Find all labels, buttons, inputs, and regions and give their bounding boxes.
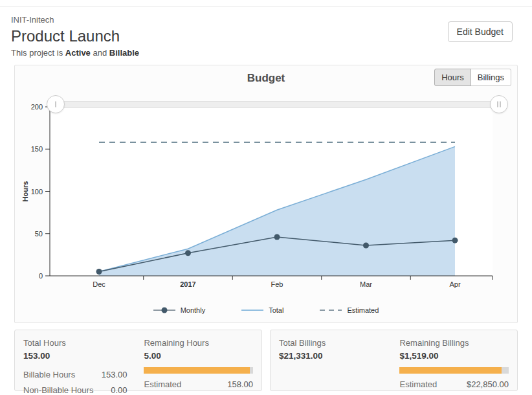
billable-hours-row: Billable Hours 153.00: [23, 370, 127, 379]
slider-handle-left[interactable]: [47, 95, 65, 113]
total-hours-value: 153.00: [23, 351, 127, 361]
header-text: INIT-Initech Product Launch This project…: [11, 15, 139, 58]
billable-hours-value: 153.00: [102, 370, 127, 379]
x-tick-label: Feb: [271, 280, 283, 288]
data-point[interactable]: [274, 234, 280, 240]
toggle-hours-button[interactable]: Hours: [434, 69, 471, 86]
y-tick-label: 100: [31, 188, 43, 196]
remaining-billings-label: Remaining Billings: [399, 338, 509, 348]
legend-marker-icon: [153, 307, 175, 313]
hours-estimated-value: 158.00: [227, 379, 253, 389]
hours-progress-fill: [144, 367, 249, 374]
data-point[interactable]: [363, 243, 369, 249]
hours-progress-bar: [144, 367, 253, 374]
edit-budget-button[interactable]: Edit Budget: [448, 21, 513, 42]
y-tick-label: 50: [35, 230, 43, 238]
data-point[interactable]: [452, 238, 458, 243]
client-code: INIT-Initech: [11, 15, 139, 25]
grip-icon: [497, 102, 501, 107]
y-axis-title: Hours: [21, 181, 29, 202]
status-conjunction: and: [93, 48, 107, 58]
budget-panel: 050100150200Dec2017FebMarAprHours Budget…: [14, 65, 518, 323]
data-point[interactable]: [185, 250, 191, 256]
data-point[interactable]: [96, 269, 102, 275]
x-tick-label: Apr: [449, 280, 460, 288]
billings-estimated-label: Estimated: [399, 379, 437, 389]
billings-summary-panel: Total Billings $21,331.00 Remaining Bill…: [270, 330, 518, 391]
remaining-hours-label: Remaining Hours: [144, 338, 253, 348]
billings-estimated-row: Estimated $22,850.00: [399, 379, 509, 389]
status-prefix: This project is: [11, 48, 63, 58]
range-slider-track[interactable]: [56, 101, 499, 108]
hours-summary-panel: Total Hours 153.00 Billable Hours 153.00…: [14, 330, 262, 391]
slider-handle-right[interactable]: [490, 95, 508, 113]
total-hours-label: Total Hours: [23, 338, 127, 348]
grip-icon: [55, 102, 56, 107]
legend-label: Estimated: [347, 306, 379, 314]
legend-marker-icon: [320, 307, 342, 313]
remaining-hours-column: Remaining Hours 5.00 Estimated 158.00: [144, 338, 253, 395]
remaining-hours-value: 5.00: [144, 351, 253, 361]
x-tick-label: 2017: [180, 280, 195, 288]
total-hours-column: Total Hours 153.00 Billable Hours 153.00…: [23, 338, 127, 395]
nonbillable-hours-label: Non-Billable Hours: [23, 385, 93, 395]
billings-progress-bar: [399, 367, 509, 374]
page-title: Product Launch: [11, 27, 139, 45]
legend-label: Monthly: [181, 306, 206, 314]
x-tick-label: Dec: [93, 280, 105, 288]
legend-item-monthly[interactable]: Monthly: [153, 306, 206, 314]
total-billings-value: $21,331.00: [279, 351, 382, 361]
x-tick-label: Mar: [360, 280, 372, 288]
legend-item-total[interactable]: Total: [241, 306, 283, 314]
summary-panels: Total Hours 153.00 Billable Hours 153.00…: [14, 330, 518, 391]
page-header: INIT-Initech Product Launch This project…: [0, 7, 532, 58]
legend-marker-icon: [241, 307, 263, 313]
nonbillable-hours-row: Non-Billable Hours 0.00: [23, 385, 127, 395]
project-status: This project is Active and Billable: [11, 48, 139, 58]
billings-progress-fill: [399, 367, 501, 374]
nonbillable-hours-value: 0.00: [111, 385, 127, 395]
status-active: Active: [65, 48, 91, 58]
y-tick-label: 150: [31, 145, 43, 153]
chart-legend: MonthlyTotalEstimated: [15, 306, 517, 314]
legend-item-estimated[interactable]: Estimated: [320, 306, 379, 314]
total-billings-label: Total Billings: [279, 338, 382, 348]
y-tick-label: 200: [31, 103, 43, 111]
toggle-billings-button[interactable]: Billings: [471, 69, 511, 86]
hours-estimated-label: Estimated: [144, 379, 181, 389]
hours-estimated-row: Estimated 158.00: [144, 379, 253, 389]
total-billings-column: Total Billings $21,331.00: [279, 338, 382, 389]
hours-billings-toggle: Hours Billings: [434, 69, 511, 86]
project-budget-page: INIT-Initech Product Launch This project…: [0, 0, 532, 395]
billings-estimated-value: $22,850.00: [467, 379, 509, 389]
remaining-billings-column: Remaining Billings $1,519.00 Estimated $…: [399, 338, 509, 389]
billable-hours-label: Billable Hours: [23, 370, 75, 379]
status-billable: Billable: [109, 48, 139, 58]
legend-label: Total: [269, 306, 283, 314]
remaining-billings-value: $1,519.00: [399, 351, 509, 361]
y-tick-label: 0: [39, 272, 43, 280]
